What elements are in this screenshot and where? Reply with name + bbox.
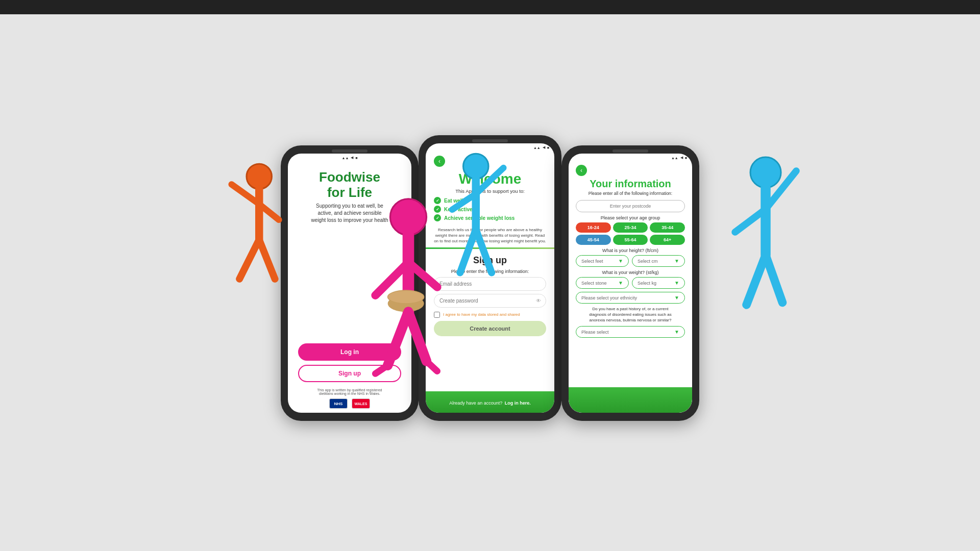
logo-nhs: NHS <box>329 398 348 409</box>
info-title: Your information <box>576 178 685 190</box>
eating-disorder-text: Do you have a past history of, or a curr… <box>576 307 685 323</box>
screen3-top: ‹ <box>569 162 692 178</box>
eating-disorder-dropdown[interactable]: Please select ▼ <box>576 326 685 338</box>
age-btn-35-44[interactable]: 35-44 <box>650 222 685 233</box>
phone3-status: ▲▲◀■ <box>569 154 692 162</box>
age-btn-25-34[interactable]: 25-34 <box>613 222 648 233</box>
phone3-screen: ▲▲◀■ ‹ Your information Please enter all… <box>569 154 692 413</box>
top-bar <box>0 0 980 14</box>
info-subtitle: Please enter all of the following inform… <box>576 191 685 196</box>
phone1-status: ▲▲◀■ <box>336 154 362 162</box>
chevron-stone-icon: ▼ <box>618 280 623 286</box>
age-group-grid: 16-24 25-34 35-44 45-54 55-64 64+ <box>576 222 685 245</box>
postcode-input[interactable] <box>576 200 685 212</box>
age-btn-55-64[interactable]: 55-64 <box>613 235 648 245</box>
select-cm-dropdown[interactable]: Select cm ▼ <box>632 255 685 267</box>
screen3-content: Your information Please enter all of the… <box>569 178 692 387</box>
select-kg-dropdown[interactable]: Select kg ▼ <box>632 277 685 289</box>
figure-orange <box>214 161 296 334</box>
chevron-eating-icon: ▼ <box>674 329 679 335</box>
svg-line-11 <box>476 230 492 273</box>
screen3-green-footer <box>569 387 692 413</box>
height-select-row: Select feet ▼ Select cm ▼ <box>576 255 685 267</box>
chevron-feet-icon: ▼ <box>618 258 623 264</box>
age-btn-16-24[interactable]: 16-24 <box>576 222 611 233</box>
phone3-notch <box>612 149 648 153</box>
svg-line-37 <box>408 312 427 361</box>
select-feet-dropdown[interactable]: Select feet ▼ <box>576 255 629 267</box>
weight-label: What is your weight? (st/kg) <box>576 270 685 275</box>
app-title: Foodwise for Life <box>301 170 398 201</box>
scene: ▲▲◀■ Foodwise for Life Supporting you to… <box>0 0 980 551</box>
login-here-link[interactable]: Log in here. <box>505 400 531 406</box>
svg-line-4 <box>239 240 259 279</box>
height-label: What is your height? (ft/cm) <box>576 248 685 253</box>
phone2-notch <box>472 139 508 142</box>
svg-line-44 <box>747 255 766 305</box>
svg-line-5 <box>259 240 275 279</box>
weight-select-row: Select stone ▼ Select kg ▼ <box>576 277 685 289</box>
password-toggle-icon[interactable]: 👁 <box>536 298 541 304</box>
age-btn-64plus[interactable]: 64+ <box>650 235 685 245</box>
chevron-kg-icon: ▼ <box>674 280 679 286</box>
back-button-phone3[interactable]: ‹ <box>576 165 587 176</box>
phone1-notch <box>332 149 368 153</box>
svg-line-39 <box>427 361 437 371</box>
ethnicity-dropdown[interactable]: Please select your ethnicity ▼ <box>576 292 685 304</box>
chevron-ethnicity-icon: ▼ <box>674 295 679 300</box>
age-btn-45-54[interactable]: 45-54 <box>576 235 611 245</box>
figure-pink <box>357 196 459 411</box>
phone3: ▲▲◀■ ‹ Your information Please enter all… <box>561 145 699 421</box>
chevron-cm-icon: ▼ <box>674 258 679 264</box>
select-stone-dropdown[interactable]: Select stone ▼ <box>576 277 629 289</box>
svg-line-10 <box>460 230 476 273</box>
svg-line-38 <box>375 365 387 373</box>
svg-point-35 <box>388 290 424 304</box>
svg-line-45 <box>766 255 782 303</box>
figure-blue-right <box>720 156 812 339</box>
svg-line-36 <box>388 312 408 365</box>
age-group-label: Please select your age group <box>576 215 685 220</box>
